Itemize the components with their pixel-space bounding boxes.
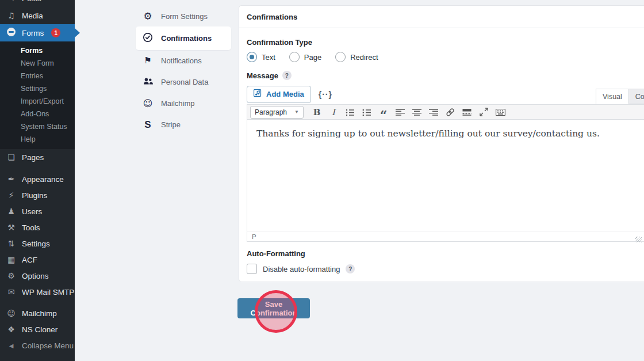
bold-button[interactable]: B [310,106,324,119]
sidebar-item-pages[interactable]: ❏ Pages [0,149,75,165]
align-center-button[interactable] [410,106,424,119]
radio-page[interactable] [289,52,300,62]
settings-sliders-icon: ⇅ [6,239,17,248]
submenu-item-add-ons[interactable]: Add-Ons [0,108,75,120]
sidebar-item-label: Options [22,272,49,280]
disable-auto-formatting-checkbox[interactable] [247,264,257,274]
mail-icon: ✉ [6,287,17,297]
add-media-button[interactable]: Add Media [247,86,311,103]
sidebar-item-appearance[interactable]: ✒ Appearance [0,171,75,187]
people-icon [143,77,153,87]
submenu-item-help[interactable]: Help [0,133,75,146]
sidebar-item-wp-mail-smtp[interactable]: ✉ WP Mail SMTP [0,284,75,300]
tab-visual[interactable]: Visual [596,89,629,104]
media-icon [254,89,262,99]
settings-nav-notifications[interactable]: ⚑ Notifications [136,50,231,71]
sidebar-item-label: Settings [22,240,50,248]
settings-nav-label: Form Settings [161,12,208,21]
submenu-item-import-export[interactable]: Import/Export [0,95,75,108]
sidebar-item-label: Forms [22,29,44,37]
submenu-item-system-status[interactable]: System Status [0,120,75,133]
cloner-icon: ❖ [6,325,17,334]
add-media-label: Add Media [266,90,304,98]
collapse-menu-button[interactable]: ◀ Collapse Menu [0,337,75,354]
settings-nav-form-settings[interactable]: ⚙ Form Settings [136,6,231,26]
sidebar-item-media[interactable]: ♫ Media [0,7,75,24]
sidebar-item-label: Posts [22,0,41,3]
menu-separator [0,300,75,305]
sidebar-item-tools[interactable]: ⚒ Tools [0,219,75,235]
radio-page-label: Page [304,53,321,62]
editor-content-area[interactable]: Thanks for signing up to out newsletter/… [247,120,644,231]
align-left-button[interactable] [393,106,407,119]
sidebar-item-label: ACF [22,256,37,264]
radio-text-label: Text [262,53,275,62]
auto-formatting-help-icon[interactable]: ? [346,264,355,273]
settings-nav-confirmations[interactable]: Confirmations [136,26,231,50]
forms-submenu: Forms New Form Entries Settings Import/E… [0,41,75,149]
collapse-arrow-icon: ◀ [6,343,17,349]
settings-nav-label: Personal Data [161,78,208,86]
confirmations-panel: Confirmations Confirmation Type Text Pag… [239,5,644,282]
sidebar-item-label: Users [22,207,42,216]
sidebar-item-posts[interactable]: ✎ Posts [0,0,75,7]
sidebar-item-label: Media [22,12,43,20]
message-help-icon[interactable]: ? [282,71,292,80]
collapse-menu-label: Collapse Menu [22,341,74,350]
sidebar-item-ns-cloner[interactable]: ❖ NS Cloner [0,321,75,337]
radio-redirect[interactable] [335,52,346,62]
submenu-item-entries[interactable]: Entries [0,70,75,82]
settings-nav-label: Notifications [161,56,202,65]
sidebar-item-users[interactable]: ♟ Users [0,203,75,219]
auto-formatting-label: Auto-Formatting [247,249,644,258]
gear-icon: ⚙ [143,12,153,21]
align-right-button[interactable] [427,106,440,119]
editor-resize-handle[interactable] [635,237,642,242]
acf-icon: ▦ [6,255,17,264]
sidebar-item-plugins[interactable]: ⚡ Plugins [0,187,75,203]
editor-toolbar: Paragraph ▼ B I “ [247,104,644,120]
editor-mode-tabs: Visual Code [596,89,644,104]
settings-nav-mailchimp[interactable]: ☺ Mailchimp [136,93,231,114]
sidebar-item-settings[interactable]: ⇅ Settings [0,235,75,252]
sidebar-item-label: Mailchimp [22,309,57,318]
pin-icon: ✎ [6,0,17,3]
submenu-item-new-form[interactable]: New Form [0,57,75,70]
sidebar-item-label: Tools [22,223,40,232]
merge-tag-icon[interactable]: {··} [319,90,332,99]
blockquote-button[interactable]: “ [377,103,390,121]
editor-status-bar: P [247,231,644,242]
message-label: Message [247,71,278,80]
paragraph-format-select[interactable]: Paragraph ▼ [250,106,304,119]
tools-icon: ⚒ [6,223,17,232]
fullscreen-button[interactable] [477,106,490,119]
settings-nav-personal-data[interactable]: Personal Data [136,71,231,93]
sidebar-item-forms[interactable]: Forms 1 [0,24,75,41]
numbered-list-button[interactable] [360,106,374,119]
media-icon: ♫ [6,11,17,20]
tab-code[interactable]: Code [629,89,644,104]
bulleted-list-button[interactable] [343,106,357,119]
link-button[interactable] [443,106,457,119]
sidebar-item-label: Appearance [22,175,64,184]
panel-title: Confirmations [239,6,644,28]
save-confirmation-button[interactable]: Save Confirmation [237,298,310,318]
submenu-item-forms[interactable]: Forms [0,44,75,57]
settings-nav-label: Confirmations [161,34,212,43]
flag-icon: ⚑ [143,56,153,65]
confirmation-message-text: Thanks for signing up to out newsletter/… [256,128,600,139]
settings-nav-stripe[interactable]: S Stripe [136,114,231,135]
users-icon: ♟ [6,207,17,216]
sidebar-item-acf[interactable]: ▦ ACF [0,252,75,268]
sidebar-item-mailchimp[interactable]: ☺ Mailchimp [0,305,75,321]
gravity-forms-icon [6,28,17,38]
sidebar-item-options[interactable]: ⚙ Options [0,268,75,284]
radio-text[interactable] [247,52,257,62]
italic-button[interactable]: I [327,106,340,119]
mailchimp-icon: ☺ [6,309,17,318]
keyboard-shortcuts-button[interactable] [493,106,507,119]
form-settings-nav: ⚙ Form Settings Confirmations ⚑ Notifica… [136,6,231,135]
settings-nav-label: Stripe [161,120,181,129]
submenu-item-settings[interactable]: Settings [0,82,75,95]
read-more-button[interactable] [460,106,474,119]
